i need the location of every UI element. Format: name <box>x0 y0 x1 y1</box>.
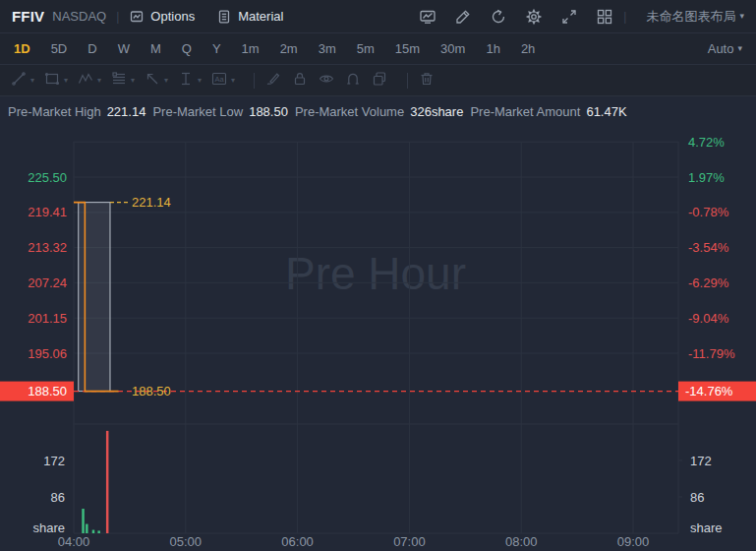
lock-tool-button[interactable] <box>291 70 309 91</box>
time-axis-label: 05:00 <box>170 534 203 549</box>
options-icon <box>129 9 145 25</box>
chart-snapshot-icon <box>419 8 436 26</box>
last-price-badge-left-label: 188.50 <box>28 384 67 398</box>
clone-tool-button[interactable] <box>371 70 388 91</box>
trash-icon <box>418 70 436 91</box>
percent-axis-label: -0.78% <box>688 205 729 219</box>
arrow-tool-button[interactable]: ▾ <box>144 70 168 91</box>
timeframe-1h[interactable]: 1h <box>486 41 499 56</box>
last-price-inline-label: 188.50 <box>132 384 171 398</box>
timeframe-1m[interactable]: 1m <box>242 41 260 56</box>
session-watermark: Pre Hour <box>285 248 466 299</box>
price-axis-label: 201.15 <box>28 311 67 326</box>
info-pair: Pre-Market Volume326share <box>295 104 463 119</box>
prev-close-label: 221.14 <box>132 195 171 210</box>
price-axis-label: 213.32 <box>28 240 67 255</box>
info-value: 326share <box>410 104 463 119</box>
options-label: Options <box>150 9 195 24</box>
timeframe-3m[interactable]: 3m <box>319 41 336 56</box>
info-value: 221.14 <box>107 104 146 119</box>
timeframe-15m[interactable]: 15m <box>395 41 420 56</box>
timeframe-m[interactable]: M <box>150 41 161 56</box>
percent-axis-label: -6.29% <box>688 276 729 290</box>
timeframe-2h[interactable]: 2h <box>521 41 535 56</box>
exchange-label: NASDAQ <box>52 9 106 24</box>
edit-pencil-icon <box>454 8 472 26</box>
gann-lines-icon <box>110 70 128 91</box>
price-range-icon <box>177 70 195 91</box>
timeframe-2m[interactable]: 2m <box>280 41 298 56</box>
rectangle-tool-button[interactable]: ▾ <box>43 70 68 91</box>
timeframe-30m[interactable]: 30m <box>440 41 465 56</box>
volume-bar <box>86 524 88 533</box>
brush-tool-button[interactable] <box>264 70 282 91</box>
gann-tool-button[interactable]: ▾ <box>110 70 135 91</box>
info-value: 188.50 <box>249 104 288 119</box>
text-tool-button[interactable]: Aa▾ <box>210 70 235 91</box>
fullscreen-button[interactable] <box>560 8 578 26</box>
info-pair: Pre-Market Low188.50 <box>152 104 288 119</box>
timeframe-1d[interactable]: 1D <box>14 41 30 56</box>
time-axis-label: 04:00 <box>58 534 90 549</box>
price-volume-chart[interactable]: Pre Hour221.14188.50225.50219.41213.3220… <box>0 126 756 551</box>
lock-icon <box>291 70 309 91</box>
timeframe-d[interactable]: D <box>87 41 96 56</box>
timeframe-w[interactable]: W <box>118 41 130 56</box>
info-label: Pre-Market Amount <box>470 104 580 119</box>
info-label: Pre-Market Low <box>152 104 243 119</box>
volume-axis-label: 172 <box>43 454 65 468</box>
info-pair: Pre-Market High221.14 <box>8 104 145 119</box>
settings-button[interactable] <box>525 8 543 26</box>
edit-button[interactable] <box>454 8 472 26</box>
chevron-down-icon: ▾ <box>198 76 202 85</box>
chart-area[interactable]: Pre Hour221.14188.50225.50219.41213.3220… <box>0 126 756 551</box>
volume-unit-label: share <box>32 520 65 535</box>
timeframe-bar: 1D5DDWMQY1m2m3m5m15m30m1h2h Auto ▾ <box>0 33 756 65</box>
volume-axis-label: 86 <box>51 490 65 505</box>
chevron-down-icon: ▾ <box>30 76 34 85</box>
restore-button[interactable] <box>490 8 507 26</box>
premarket-info-bar: Pre-Market High221.14Pre-Market Low188.5… <box>0 96 756 126</box>
timeframe-y[interactable]: Y <box>212 41 221 56</box>
gear-icon <box>525 8 543 26</box>
price-axis-label: 225.50 <box>28 170 67 185</box>
price-axis-label: 219.41 <box>28 205 67 219</box>
delete-tool-button[interactable] <box>418 70 436 91</box>
volume-unit-label: share <box>690 520 723 535</box>
brush-icon <box>264 70 282 91</box>
timeframe-q[interactable]: Q <box>182 41 192 56</box>
chart-layout-dropdown[interactable]: 未命名图表布局 ▾ <box>646 8 744 26</box>
timeframe-5d[interactable]: 5D <box>51 41 68 56</box>
trendline-tool-button[interactable]: ▾ <box>10 70 34 91</box>
chevron-down-icon: ▾ <box>737 44 742 53</box>
wave-tool-button[interactable]: ▾ <box>77 70 101 91</box>
chevron-down-icon: ▾ <box>739 12 744 21</box>
measure-tool-button[interactable]: ▾ <box>177 70 202 91</box>
magnet-icon <box>344 70 362 91</box>
fullscreen-expand-icon <box>560 8 578 26</box>
percent-axis-label: -9.04% <box>688 311 729 326</box>
toolbar-divider <box>254 73 255 89</box>
visibility-tool-button[interactable] <box>318 70 335 91</box>
material-label: Material <box>238 9 283 24</box>
time-axis-label: 06:00 <box>281 534 314 549</box>
volume-bar <box>106 431 109 533</box>
magnet-tool-button[interactable] <box>344 70 362 91</box>
snapshot-button[interactable] <box>419 8 436 26</box>
info-label: Pre-Market High <box>8 104 101 119</box>
percent-axis-label: -3.54% <box>688 240 729 255</box>
material-button[interactable]: Material <box>216 9 283 25</box>
time-axis-label: 08:00 <box>505 534 538 549</box>
timeframe-5m[interactable]: 5m <box>357 41 375 56</box>
options-button[interactable]: Options <box>129 9 195 25</box>
material-icon <box>216 9 232 25</box>
eye-icon <box>318 70 335 91</box>
price-axis-label: 207.24 <box>28 276 67 290</box>
divider: | <box>116 10 119 24</box>
auto-label: Auto <box>708 41 734 56</box>
layout-grid-button[interactable] <box>596 8 613 26</box>
volume-bar <box>92 530 95 533</box>
auto-scale-dropdown[interactable]: Auto ▾ <box>708 41 742 56</box>
info-value: 61.47K <box>586 104 626 119</box>
chevron-down-icon: ▾ <box>231 76 235 85</box>
